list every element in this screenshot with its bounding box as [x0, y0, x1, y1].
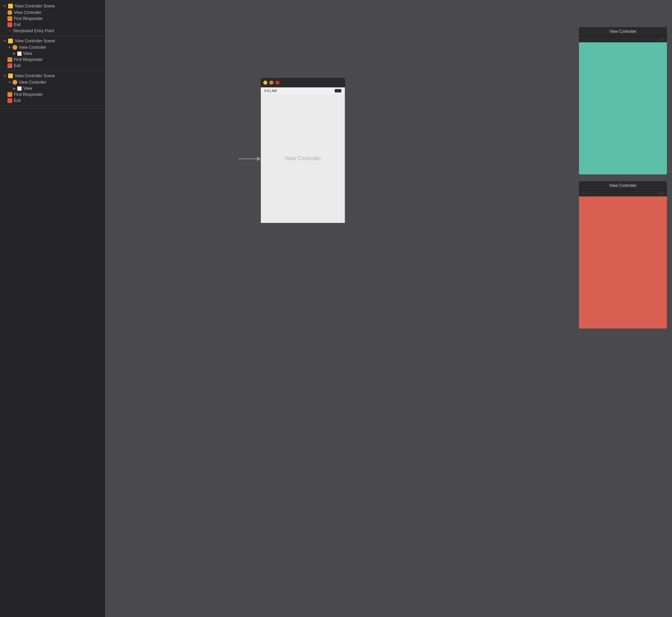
exit-label-2: Exit	[14, 63, 21, 68]
preview-teal-battery-icon	[658, 38, 664, 41]
preview-teal-body	[579, 42, 667, 174]
vc-chevron-2: ▼	[7, 45, 12, 49]
scene-label-2: View Controller Scene	[15, 39, 55, 43]
fr-label-2: First Responder	[14, 57, 43, 62]
exit-item-3[interactable]: Exit	[0, 98, 105, 104]
vc-label-2: View Controller	[19, 45, 46, 50]
view-item-3[interactable]: ▶ View	[0, 85, 105, 91]
window-dot-red[interactable]	[275, 81, 279, 85]
entry-label: Storyboard Entry Point	[13, 28, 54, 33]
preview-teal-status-bar: 9:41 AM	[579, 36, 667, 42]
scene-label-1: View Controller Scene	[15, 4, 55, 8]
exit-icon-2	[7, 63, 12, 68]
scene-group-1: ▼ View Controller Scene View Controller …	[0, 1, 105, 36]
iphone-mockup[interactable]: 9:41 AM View Controller	[261, 78, 345, 223]
fr-icon-2	[7, 57, 12, 62]
chevron-icon-2: ▼	[3, 39, 7, 43]
view-chevron-3: ▶	[12, 86, 16, 90]
iphone-status-bar: 9:41 AM	[261, 87, 345, 94]
view-icon-3	[17, 86, 22, 91]
preview-red-title: View Controller	[579, 181, 667, 190]
vc-item-3[interactable]: ▼ View Controller	[0, 79, 105, 85]
view-item-2[interactable]: ▶ View	[0, 50, 105, 57]
exit-item-1[interactable]: Exit	[0, 22, 105, 28]
scene-header-2[interactable]: ▼ View Controller Scene	[0, 38, 105, 44]
fr-icon-1	[7, 16, 12, 21]
preview-teal-time: 9:41 AM	[582, 38, 594, 41]
fr-label-1: First Responder	[14, 16, 43, 21]
view-label-2: View	[23, 51, 32, 56]
scene-group-3: ▼ View Controller Scene ▼ View Controlle…	[0, 71, 105, 106]
preview-teal[interactable]: View Controller 9:41 AM	[579, 27, 667, 174]
scene-header-1[interactable]: ▼ View Controller Scene	[0, 3, 105, 9]
chevron-icon-3: ▼	[3, 74, 7, 78]
arrow-head	[257, 156, 261, 161]
view-label-3: View	[23, 86, 32, 91]
vc-icon-1	[7, 10, 12, 15]
vc-item-2[interactable]: ▼ View Controller	[0, 44, 105, 50]
fr-label-3: First Responder	[14, 92, 43, 97]
iphone-screen: 9:41 AM View Controller	[261, 87, 345, 223]
exit-label-1: Exit	[14, 22, 21, 27]
preview-red[interactable]: View Controller 9:41 AM	[579, 181, 667, 328]
iphone-vc-label: View Controller	[285, 155, 321, 162]
vc-icon-3	[13, 80, 17, 85]
preview-red-battery-icon	[658, 192, 664, 195]
entry-arrow-icon: →	[7, 28, 12, 33]
chevron-icon-1: ▼	[3, 4, 7, 8]
view-chevron-2: ▶	[12, 51, 16, 56]
iphone-battery-icon	[335, 89, 341, 92]
scene-header-3[interactable]: ▼ View Controller Scene	[0, 72, 105, 79]
preview-teal-title: View Controller	[579, 27, 667, 36]
scene-group-2: ▼ View Controller Scene ▼ View Controlle…	[0, 36, 105, 71]
window-dot-yellow[interactable]	[263, 81, 267, 85]
vc-label-3: View Controller	[19, 80, 46, 85]
fr-icon-3	[7, 92, 12, 97]
scene-icon-2	[8, 38, 13, 44]
exit-icon-1	[7, 22, 12, 27]
scene-icon-1	[8, 3, 13, 9]
sidebar: ▼ View Controller Scene View Controller …	[0, 0, 105, 617]
vc-label-1: View Controller	[14, 10, 41, 15]
canvas: 9:41 AM View Controller	[105, 0, 574, 617]
storyboard-entry-item[interactable]: → Storyboard Entry Point	[0, 28, 105, 34]
vc-icon-2	[13, 45, 17, 50]
window-dot-orange[interactable]	[269, 81, 273, 85]
preview-red-body	[579, 196, 667, 328]
right-panel: View Controller 9:41 AM View Controller …	[574, 0, 672, 617]
fr-item-3[interactable]: First Responder	[0, 91, 105, 98]
vc-chevron-3: ▼	[7, 80, 12, 84]
fr-item-1[interactable]: First Responder	[0, 16, 105, 22]
right-spacer	[579, 7, 667, 20]
fr-item-2[interactable]: First Responder	[0, 57, 105, 63]
exit-icon-3	[7, 98, 12, 103]
exit-label-3: Exit	[14, 98, 21, 103]
window-chrome	[261, 78, 345, 87]
iphone-time: 9:41 AM	[264, 89, 277, 93]
iphone-body: View Controller	[261, 94, 345, 223]
view-icon-2	[17, 51, 22, 56]
preview-red-time: 9:41 AM	[582, 192, 594, 195]
vc-item-1[interactable]: View Controller	[0, 9, 105, 16]
scene-icon-3	[8, 73, 13, 79]
arrow-line	[239, 158, 257, 159]
storyboard-entry-arrow	[239, 156, 261, 161]
scene-label-3: View Controller Scene	[15, 73, 55, 78]
preview-red-status-bar: 9:41 AM	[579, 190, 667, 196]
exit-item-2[interactable]: Exit	[0, 63, 105, 69]
